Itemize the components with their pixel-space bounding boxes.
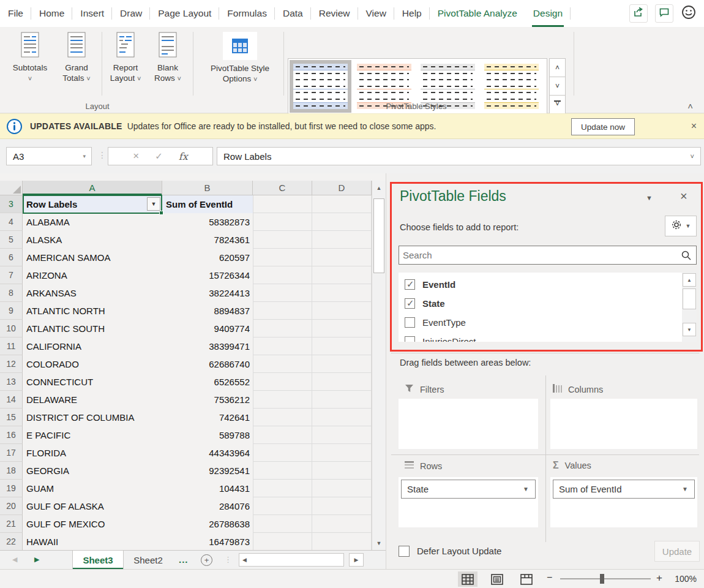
empty-cell[interactable]	[312, 337, 372, 355]
filters-drop-area[interactable]	[399, 399, 538, 449]
empty-cell[interactable]	[253, 266, 312, 284]
pill-chevron-down-icon[interactable]: ▼	[682, 486, 688, 492]
cell-value[interactable]: 58382873	[162, 213, 253, 231]
scroll-down-icon[interactable]: ▼	[372, 536, 386, 550]
empty-cell[interactable]	[253, 409, 312, 426]
empty-cell[interactable]	[312, 266, 372, 284]
empty-cell[interactable]	[312, 426, 372, 444]
cell-value[interactable]: 15726344	[162, 266, 253, 284]
collapse-ribbon-icon[interactable]: ˄	[687, 101, 693, 111]
empty-cell[interactable]	[253, 426, 312, 444]
empty-cell[interactable]	[312, 373, 372, 391]
cell-b3-value-header[interactable]: Sum of EventId	[162, 195, 253, 213]
empty-cell[interactable]	[253, 480, 312, 497]
empty-cell[interactable]	[312, 249, 372, 266]
cell-value[interactable]: 7824361	[162, 231, 253, 249]
empty-cell[interactable]	[312, 515, 372, 533]
cell-state[interactable]: ARIZONA	[23, 266, 162, 284]
cell-value[interactable]: 62686740	[162, 355, 253, 373]
column-header-a[interactable]: A	[23, 181, 162, 195]
more-sheets-ellipsis[interactable]: ...	[179, 554, 189, 565]
gallery-scroll-down-icon[interactable]: ˅	[549, 77, 566, 96]
search-input[interactable]	[403, 247, 672, 263]
cell-state[interactable]: ALASKA	[23, 231, 162, 249]
row-number[interactable]: 13	[0, 373, 23, 391]
field-list-scrollbar[interactable]: ▲ ▼	[682, 273, 697, 342]
horizontal-scrollbar[interactable]: ◀	[239, 553, 344, 567]
empty-cell[interactable]	[312, 231, 372, 249]
row-number[interactable]: 6	[0, 249, 23, 266]
empty-cell[interactable]	[312, 213, 372, 231]
empty-cell[interactable]	[253, 444, 312, 462]
tab-draw[interactable]: Draw	[112, 0, 150, 27]
row-number[interactable]: 18	[0, 462, 23, 480]
row-number[interactable]: 14	[0, 391, 23, 409]
insert-function-icon[interactable]: fx	[179, 151, 188, 162]
empty-cell[interactable]	[312, 462, 372, 480]
row-number[interactable]: 3	[0, 195, 23, 213]
cell-value[interactable]: 8894837	[162, 302, 253, 320]
scroll-down-icon[interactable]: ▼	[683, 323, 696, 336]
tab-formulas[interactable]: Formulas	[219, 0, 275, 27]
empty-cell[interactable]	[253, 515, 312, 533]
cell-value[interactable]: 589788	[162, 426, 253, 444]
cell-state[interactable]: GUAM	[23, 480, 162, 497]
tools-button[interactable]: ▼	[665, 216, 697, 236]
empty-cell[interactable]	[312, 409, 372, 426]
values-field-pill-sum-of-eventid[interactable]: Sum of EventId ▼	[553, 480, 695, 499]
field-item-eventtype[interactable]: EventType	[405, 315, 466, 330]
rows-field-pill-state[interactable]: State ▼	[401, 480, 536, 499]
row-number[interactable]: 7	[0, 266, 23, 284]
feedback-smiley-icon[interactable]	[681, 4, 697, 23]
row-number[interactable]: 11	[0, 337, 23, 355]
sheet-tab-sheet2[interactable]: Sheet2	[124, 551, 173, 569]
cell-state[interactable]: CONNECTICUT	[23, 373, 162, 391]
tab-review[interactable]: Review	[311, 0, 358, 27]
empty-cell[interactable]	[312, 533, 372, 551]
tab-view[interactable]: View	[358, 0, 394, 27]
empty-cell[interactable]	[253, 231, 312, 249]
tab-file[interactable]: File	[0, 0, 31, 27]
cell-value[interactable]: 44343964	[162, 444, 253, 462]
share-button[interactable]	[629, 4, 648, 23]
cell-state[interactable]: ALABAMA	[23, 213, 162, 231]
empty-cell[interactable]	[253, 320, 312, 337]
cell-value[interactable]: 16479873	[162, 533, 253, 551]
tab-insert[interactable]: Insert	[72, 0, 112, 27]
row-number[interactable]: 5	[0, 231, 23, 249]
tab-pivottable-analyze[interactable]: PivotTable Analyze	[430, 0, 525, 27]
pill-chevron-down-icon[interactable]: ▼	[523, 486, 529, 492]
empty-cell[interactable]	[253, 302, 312, 320]
empty-cell[interactable]	[312, 284, 372, 302]
cell-state[interactable]: FLORIDA	[23, 444, 162, 462]
tab-design[interactable]: Design	[525, 0, 571, 27]
empty-cell[interactable]	[253, 373, 312, 391]
sheet-tab-sheet3[interactable]: Sheet3	[72, 551, 124, 569]
row-number[interactable]: 20	[0, 497, 23, 515]
scroll-left-icon[interactable]: ◀	[242, 557, 247, 563]
column-header-b[interactable]: B	[162, 181, 253, 195]
empty-cell[interactable]	[253, 355, 312, 373]
row-number[interactable]: 17	[0, 444, 23, 462]
report-layout-button[interactable]: Report Layout ˅	[104, 32, 147, 84]
zoom-level[interactable]: 100%	[675, 574, 697, 584]
name-box[interactable]: A3 ▾	[6, 147, 92, 165]
cell-state[interactable]: ARKANSAS	[23, 284, 162, 302]
field-item-state[interactable]: State	[405, 296, 445, 311]
checkbox-checked-icon[interactable]	[405, 279, 415, 290]
update-button[interactable]: Update	[654, 541, 700, 562]
cell-state[interactable]: GULF OF MEXICO	[23, 515, 162, 533]
zoom-slider-thumb[interactable]	[600, 574, 604, 584]
row-number[interactable]: 12	[0, 355, 23, 373]
gallery-more-icon[interactable]: ˅	[549, 95, 566, 114]
empty-cell[interactable]	[253, 462, 312, 480]
empty-cell[interactable]	[253, 213, 312, 231]
defer-layout-checkbox[interactable]	[399, 546, 410, 557]
sheet-nav-right-icon[interactable]: ▶	[34, 556, 39, 564]
name-box-chevron-down-icon[interactable]: ▾	[83, 153, 86, 159]
row-number[interactable]: 4	[0, 213, 23, 231]
scroll-right-icon[interactable]: ▶	[349, 553, 364, 567]
subtotals-button[interactable]: Subtotals˅	[7, 32, 53, 84]
cell-state[interactable]: GEORGIA	[23, 462, 162, 480]
empty-cell[interactable]	[312, 391, 372, 409]
